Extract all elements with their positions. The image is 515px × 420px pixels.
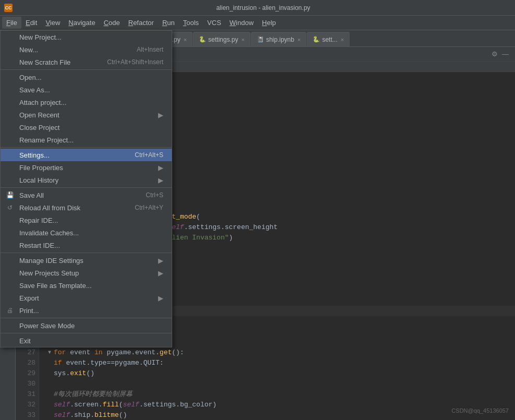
- menu-manage-ide[interactable]: Manage IDE Settings ▶: [1, 254, 172, 267]
- tab-sett[interactable]: 🐍 sett... ×: [307, 32, 350, 46]
- menu-view[interactable]: View: [41, 17, 64, 29]
- menu-navigate-label: Navigate: [68, 19, 95, 27]
- menu-power-save-label: Power Save Mode: [19, 322, 75, 330]
- title-bar: CC alien_intrusion - alien_invasion.py: [0, 0, 515, 16]
- menu-code-label: Code: [104, 19, 120, 27]
- code-text-29: sys.exit(): [54, 368, 515, 379]
- menu-new-project[interactable]: New Project...: [1, 31, 172, 43]
- menu-local-history[interactable]: Local History ▶: [1, 174, 172, 186]
- settings-shortcut: Ctrl+Alt+S: [135, 151, 163, 159]
- separator-5: [1, 318, 172, 318]
- menu-close-project-label: Close Project: [19, 124, 59, 131]
- menu-export[interactable]: Export ▶: [1, 292, 172, 304]
- menu-repair-ide[interactable]: Repair IDE...: [1, 214, 172, 226]
- menu-power-save[interactable]: Power Save Mode: [1, 319, 172, 332]
- tab-settings-py-label: settings.py: [208, 36, 238, 43]
- menu-attach[interactable]: Attach project...: [1, 96, 172, 109]
- menu-tools[interactable]: Tools: [179, 17, 203, 29]
- watermark: CSDN@qq_45136057: [451, 407, 509, 414]
- sett-icon: 🐍: [313, 36, 320, 43]
- settings-py-icon: 🐍: [199, 36, 206, 43]
- ln-29: 29: [16, 368, 35, 379]
- menu-close-project[interactable]: Close Project: [1, 121, 172, 134]
- menu-file-properties-label: File Properties: [19, 164, 63, 172]
- menu-window-label: Window: [230, 19, 254, 27]
- code-text-28: if event.type==pygame.QUIT:: [54, 358, 515, 368]
- tab-ship-ipynb-label: ship.ipynb: [266, 36, 294, 43]
- menu-file[interactable]: File: [2, 17, 21, 29]
- menu-restart-ide-label: Restart IDE...: [19, 242, 60, 249]
- menu-navigate[interactable]: Navigate: [64, 17, 99, 29]
- reload-shortcut: Ctrl+Alt+Y: [135, 204, 163, 211]
- menu-help[interactable]: Help: [258, 17, 280, 29]
- menu-file-properties[interactable]: File Properties ▶: [1, 161, 172, 174]
- tab-ipynb-close[interactable]: ×: [297, 37, 301, 43]
- code-text-30: [54, 379, 515, 389]
- open-recent-arrow: ▶: [158, 111, 163, 119]
- menu-rename-project[interactable]: Rename Project...: [1, 134, 172, 146]
- ln-27: 27: [16, 347, 35, 358]
- code-line-33: self.ship.blitme(): [45, 410, 515, 420]
- menu-save-all[interactable]: 💾 Save All Ctrl+S: [1, 189, 172, 201]
- menu-save-as[interactable]: Save As...: [1, 83, 172, 96]
- tab-settings-py-close[interactable]: ×: [241, 37, 244, 43]
- ipynb-icon: 📓: [257, 36, 264, 43]
- menu-vcs[interactable]: VCS: [203, 17, 225, 29]
- code-text-27: for event in pygame.event.get():: [54, 347, 515, 358]
- window-title: alien_intrusion - alien_invasion.py: [16, 4, 511, 11]
- ln-28: 28: [16, 358, 35, 368]
- separator-3: [1, 187, 172, 188]
- code-line-32: self.screen.fill(self.settings.bg_color): [45, 400, 515, 410]
- separator-6: [1, 333, 172, 333]
- separator-2: [1, 147, 172, 148]
- tab-settings-py[interactable]: 🐍 settings.py ×: [193, 32, 250, 46]
- tab-sett-close[interactable]: ×: [341, 37, 344, 43]
- tab-ship-ipynb[interactable]: 📓 ship.ipynb ×: [251, 32, 306, 46]
- app-icon: CC: [4, 4, 13, 12]
- menu-file-label: File: [6, 19, 17, 27]
- menu-invalidate-caches[interactable]: Invalidate Caches...: [1, 226, 172, 239]
- menu-exit[interactable]: Exit: [1, 334, 172, 347]
- code-text-31: #每次循环时都要绘制屏幕: [54, 389, 515, 400]
- save-all-shortcut: Ctrl+S: [146, 191, 163, 199]
- menu-edit[interactable]: Edit: [21, 17, 41, 29]
- menu-open-recent[interactable]: Open Recent ▶: [1, 109, 172, 121]
- menu-new-project-label: New Project...: [19, 33, 62, 41]
- code-text-32: self.screen.fill(self.settings.bg_color): [54, 400, 515, 410]
- menu-save-template[interactable]: Save File as Template...: [1, 279, 172, 292]
- menu-new-scratch[interactable]: New Scratch File Ctrl+Alt+Shift+Insert: [1, 56, 172, 68]
- menu-local-history-label: Local History: [19, 176, 58, 184]
- menu-code[interactable]: Code: [100, 17, 124, 29]
- menu-print[interactable]: 🖨 Print...: [1, 304, 172, 317]
- separator-1: [1, 69, 172, 70]
- menu-help-label: Help: [262, 19, 276, 27]
- tab-ship-py-close[interactable]: ×: [184, 37, 187, 43]
- menu-exit-label: Exit: [19, 337, 31, 345]
- menu-repair-ide-label: Repair IDE...: [19, 217, 58, 224]
- menu-reload-all[interactable]: ↺ Reload All from Disk Ctrl+Alt+Y: [1, 201, 172, 214]
- code-line-30: [45, 379, 515, 389]
- menu-manage-ide-label: Manage IDE Settings: [19, 257, 83, 265]
- menu-run[interactable]: Run: [158, 17, 179, 29]
- ln-30: 30: [16, 379, 35, 389]
- menu-refactor[interactable]: Refactor: [124, 17, 158, 29]
- menu-new-label: New...: [19, 46, 38, 54]
- new-shortcut: Alt+Insert: [137, 46, 163, 53]
- minimize-button[interactable]: —: [500, 49, 511, 59]
- file-dropdown-menu: New Project... New... Alt+Insert New Scr…: [0, 30, 172, 347]
- menu-restart-ide[interactable]: Restart IDE...: [1, 239, 172, 251]
- code-line-27: ▼ for event in pygame.event.get():: [45, 347, 515, 358]
- ln-33: 33: [16, 410, 35, 420]
- menu-window[interactable]: Window: [225, 17, 258, 29]
- separator-4: [1, 253, 172, 253]
- menu-new-projects-setup[interactable]: New Projects Setup ▶: [1, 267, 172, 279]
- fold-27[interactable]: ▼: [45, 347, 54, 358]
- save-all-icon: 💾: [5, 191, 15, 199]
- new-projects-arrow: ▶: [158, 269, 163, 277]
- menu-new-projects-label: New Projects Setup: [19, 269, 79, 277]
- menu-invalidate-caches-label: Invalidate Caches...: [19, 229, 79, 237]
- menu-new[interactable]: New... Alt+Insert: [1, 43, 172, 56]
- menu-open[interactable]: Open...: [1, 71, 172, 83]
- gear-button[interactable]: ⚙: [489, 49, 500, 59]
- menu-settings[interactable]: Settings... Ctrl+Alt+S: [1, 149, 172, 161]
